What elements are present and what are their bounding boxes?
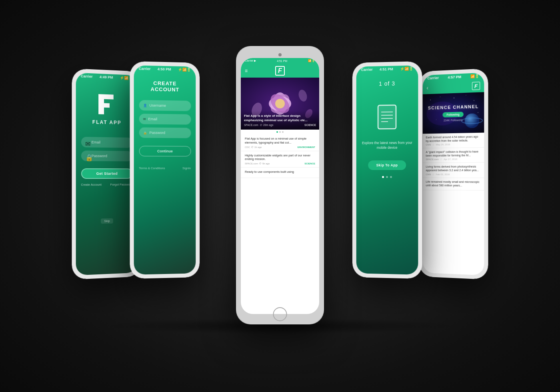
onboard-dot-1 [382, 176, 384, 178]
science-news-1-title: Earth formed around 4.54 billion years a… [426, 135, 481, 143]
back-icon[interactable]: ‹ [426, 84, 428, 91]
science-news-3[interactable]: Living forms derived from photosynthesis… [423, 163, 484, 178]
phone2-signal: ⚡📶🔋 [178, 68, 191, 72]
phone1-password-label: Password [92, 154, 107, 158]
email-icon2: ✉ [143, 117, 146, 121]
phone2-password-label: Password [149, 131, 165, 135]
create-account-link[interactable]: Create Account [81, 183, 101, 186]
email-icon: ✉ [85, 140, 89, 144]
phone2-footer-row: Terms & Conditions SignIn [139, 166, 191, 170]
news-item-1-source: CDC ⏱ 1h ago [245, 146, 262, 148]
phone2-content: CREATE ACCOUNT 👤 Username ✉ Email 🔒 Pass… [134, 72, 196, 178]
phone4-content: 1 of 3 Explore the lates [356, 72, 418, 186]
phone5-time: 4:57 PM [448, 75, 461, 79]
onboard-dot-2 [386, 176, 388, 178]
followers-count: 234K Followers [444, 118, 463, 122]
science-news-2-title: A "giant impact" collision is thought to… [426, 150, 481, 157]
science-news-4-title: Life remained mostly small and microscop… [426, 180, 481, 187]
phone2-carrier: Carrier [139, 67, 151, 71]
phone-science-channel: Carrier 4:57 PM 📶🔋 ‹ F [419, 68, 488, 280]
phone1-carrier: Carrier [81, 74, 93, 78]
dot-2 [279, 131, 281, 133]
phone5-signal: 📶🔋 [470, 74, 479, 78]
phone1-content: FLAT APP ✉ Email 🔒 Password Get Started [76, 79, 138, 232]
phone3-home-area [241, 314, 319, 320]
phone1-email-label: Email [92, 140, 101, 144]
phone2-frame: Carrier 4:50 PM ⚡📶🔋 CREATE ACCOUNT 👤 Use… [130, 61, 200, 279]
svg-rect-2 [98, 103, 110, 108]
phone2-username-label: Username [149, 103, 166, 108]
phone3-carousel-dots [241, 130, 319, 134]
phone-newsfeed: Carrier ▶ 4:51 PM 📶🔋 ≡ F [236, 46, 324, 324]
dot-1 [276, 131, 278, 133]
news-item-1-meta: CDC ⏱ 1h ago ENVIRONMENT [245, 146, 315, 148]
lock-icon: 🔒 [85, 154, 89, 158]
onboard-document-icon [375, 103, 399, 131]
science-news-4[interactable]: Life remained mostly small and microscop… [423, 178, 484, 190]
phone2-time: 4:50 PM [158, 67, 171, 72]
svg-rect-13 [378, 105, 396, 129]
science-news-1-source: CNN [426, 144, 431, 146]
get-started-button[interactable]: Get Started [81, 168, 132, 179]
science-news-3-meta: CNN ⏱ Feb 03, 2016 [426, 173, 481, 176]
phone4-frame: Carrier 4:51 PM ⚡📶🔋 1 of 3 [352, 61, 422, 279]
dot-3 [282, 131, 284, 133]
phone2-password-field[interactable]: 🔒 Password [139, 127, 191, 138]
science-news-2[interactable]: A "giant impact" collision is thought to… [423, 148, 484, 163]
phone3-status-bar: Carrier ▶ 4:51 PM 📶🔋 [241, 58, 319, 64]
phone3-hero-source: SPACE.com ⏱ 20m ago [244, 124, 273, 126]
science-news-2-source: SPACE.com [426, 158, 438, 161]
science-news-2-date: Apr 17, 2016 [444, 158, 457, 160]
svg-rect-1 [98, 94, 114, 99]
phone5-carrier: Carrier [427, 76, 439, 80]
news-item-2-title: Highly customizable widgets are part of … [245, 154, 315, 162]
page-indicator: 1 of 3 [379, 80, 395, 87]
phone2-screen: Carrier 4:50 PM ⚡📶🔋 CREATE ACCOUNT 👤 Use… [134, 65, 196, 275]
phone4-carrier: Carrier [361, 68, 373, 72]
news-item-2-source: SPACE.com ⏱ 5h ago [245, 162, 270, 165]
terms-link[interactable]: Terms & Conditions [139, 166, 165, 170]
signin-link[interactable]: SignIn [182, 166, 191, 170]
phone1-time: 4:49 PM [100, 75, 113, 79]
menu-icon[interactable]: ≡ [245, 68, 248, 74]
svg-point-8 [275, 99, 285, 108]
skip-to-app-button[interactable]: Skip To App [368, 160, 406, 170]
phone4-screen: Carrier 4:51 PM ⚡📶🔋 1 of 3 [356, 65, 418, 275]
phone3-header: ≡ F [241, 64, 319, 78]
phone2-email-field[interactable]: ✉ Email [139, 114, 191, 124]
phone3-battery: 📶🔋 [308, 59, 315, 62]
science-channel-hero: SCIENCE CHANNEL Following 234K Followers [423, 92, 484, 134]
phone1-logo [95, 92, 119, 117]
phone2-username-field[interactable]: 👤 Username [139, 100, 191, 111]
phone5-header: ‹ F [423, 79, 484, 94]
news-item-3[interactable]: Ready to use components built using [241, 168, 319, 178]
news-item-1-title: Flat App is focused on a minimal use of … [245, 137, 315, 145]
lock-icon2: 🔒 [143, 131, 147, 134]
phone5-f-logo: F [472, 82, 480, 90]
phone4-signal: ⚡📶🔋 [400, 67, 413, 71]
phone1-skip-button[interactable]: Skip [101, 218, 113, 224]
phone1-email-field[interactable]: ✉ Email [81, 137, 132, 148]
phone1-app-title: FLAT APP [92, 119, 122, 126]
forgot-password-link[interactable]: Forgot Password [110, 183, 132, 186]
continue-button[interactable]: Continue [139, 146, 191, 157]
onboard-progress-dots [382, 176, 392, 178]
phone3-hero-tag: SCIENCE [304, 124, 316, 126]
news-item-1[interactable]: Flat App is focused on a minimal use of … [241, 134, 319, 151]
phone1-password-field[interactable]: 🔒 Password [81, 150, 132, 161]
phone3-hero-image[interactable]: Flat App is a style of Interface design … [241, 78, 319, 130]
phone3-time: 4:51 PM [277, 60, 287, 62]
phone5-screen: Carrier 4:57 PM 📶🔋 ‹ F [423, 73, 484, 276]
news-item-2[interactable]: Highly customizable widgets are part of … [241, 151, 319, 168]
home-button[interactable] [273, 307, 287, 321]
science-news-1-meta: CNN ⏱ May 24, 2016 [426, 143, 481, 146]
news-item-1-tag: ENVIRONMENT [298, 146, 315, 148]
phone3-screen: Carrier ▶ 4:51 PM 📶🔋 ≡ F [241, 58, 319, 314]
news-item-2-tag: SCIENCE [304, 162, 315, 165]
phones-container: Carrier 4:49 PM ⚡📶🔋 FLAT APP [60, 46, 500, 346]
user-icon: 👤 [143, 104, 147, 107]
phone3-frame: Carrier ▶ 4:51 PM 📶🔋 ≡ F [236, 46, 324, 324]
following-button[interactable]: Following [443, 112, 464, 117]
create-account-title: CREATE ACCOUNT [139, 80, 191, 93]
science-news-1[interactable]: Earth formed around 4.54 billion years a… [423, 133, 484, 148]
